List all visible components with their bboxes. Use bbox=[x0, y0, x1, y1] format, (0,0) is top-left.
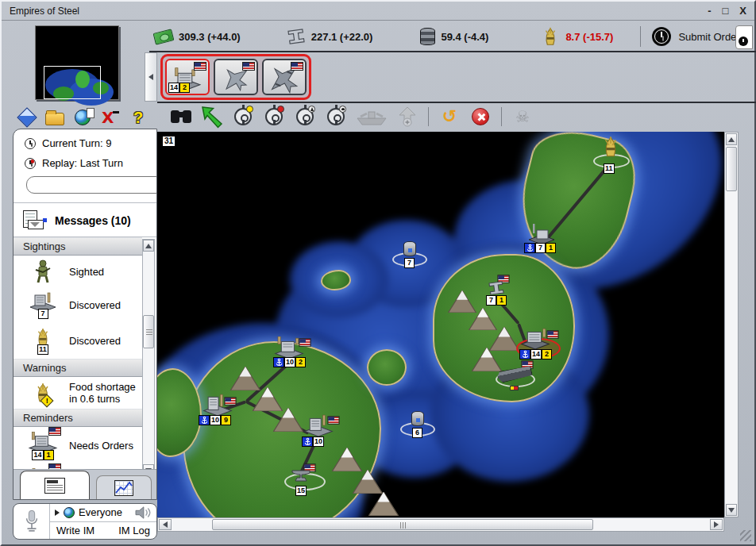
map-marker-carrier[interactable] bbox=[494, 360, 538, 394]
skull-icon: ☠ bbox=[515, 107, 530, 126]
sidebar-scrollbar[interactable] bbox=[142, 239, 155, 477]
chevron-up-icon bbox=[145, 244, 152, 248]
count-badge: 7 bbox=[404, 258, 415, 268]
crosshair-icon bbox=[234, 108, 252, 125]
minimize-button[interactable]: - bbox=[708, 5, 711, 17]
map-marker-city-south[interactable]: 10 bbox=[300, 414, 343, 449]
list-item-discovered-farm[interactable]: 11 Discovered bbox=[14, 323, 142, 359]
write-im-button[interactable]: Write IM bbox=[56, 525, 94, 536]
cancel-orders-button[interactable] bbox=[468, 105, 493, 129]
map-marker-port-city[interactable]: 14 2 bbox=[516, 327, 562, 365]
yellow-dot-icon bbox=[246, 106, 253, 113]
list-item-discovered-city[interactable]: 7 Discovered bbox=[14, 287, 142, 323]
us-flag-icon bbox=[546, 330, 558, 338]
map-marker-buoy-north[interactable]: 7 bbox=[392, 241, 427, 275]
open-folder-icon bbox=[45, 113, 64, 125]
red-dot-icon bbox=[277, 106, 284, 113]
list-item-food-shortage[interactable]: Food shortage in 0.6 turns bbox=[14, 377, 142, 409]
scroll-up-button[interactable] bbox=[143, 240, 154, 252]
orders-toolbar: ↺ ☠ bbox=[160, 104, 754, 129]
unit-strip-scroll-left[interactable] bbox=[145, 52, 157, 102]
us-flag-icon bbox=[224, 397, 236, 405]
scrollbar-thumb[interactable] bbox=[726, 147, 737, 191]
crosshair-icon bbox=[296, 108, 314, 125]
divider bbox=[14, 202, 156, 203]
count-badge: 10 bbox=[210, 415, 221, 425]
chevron-down-icon bbox=[728, 508, 735, 513]
list-item-sighted[interactable]: Sighted bbox=[14, 256, 142, 287]
speaker-icon[interactable] bbox=[134, 506, 152, 520]
map-marker-city-west[interactable]: 10 9 bbox=[199, 394, 245, 429]
messages-label: Messages (10) bbox=[55, 214, 131, 227]
map-marker-buoy-south[interactable]: 6 bbox=[400, 411, 435, 444]
end-turn-button[interactable] bbox=[17, 106, 37, 129]
unit-tile-bomber[interactable] bbox=[262, 59, 307, 95]
repeat-orders-button[interactable]: ↺ bbox=[437, 105, 462, 129]
count-badge-yellow: 1 bbox=[44, 450, 54, 460]
scroll-left-button[interactable] bbox=[159, 519, 172, 530]
naval-button[interactable] bbox=[354, 105, 389, 129]
steel-icon bbox=[285, 27, 307, 45]
minimap-viewport[interactable] bbox=[44, 66, 101, 99]
select-button[interactable] bbox=[199, 105, 225, 129]
open-button[interactable] bbox=[45, 106, 64, 129]
titlebar[interactable]: Empires of Steel - □ X bbox=[2, 2, 754, 21]
anchor-badge bbox=[199, 415, 210, 425]
app-window: Empires of Steel - □ X 309.3 (+44.0) 227… bbox=[0, 0, 756, 546]
map-vertical-scrollbar[interactable] bbox=[724, 132, 739, 517]
map-marker-farm-north[interactable]: 11 bbox=[592, 135, 631, 176]
im-channel-row[interactable]: Everyone bbox=[50, 504, 156, 522]
disband-button[interactable]: ☠ bbox=[510, 105, 535, 129]
battleship-icon bbox=[356, 107, 388, 126]
tab-charts[interactable] bbox=[96, 475, 152, 499]
scroll-right-button[interactable] bbox=[710, 519, 723, 530]
map-viewport[interactable]: 11 7 1 7 1 14 2 bbox=[157, 132, 724, 517]
window-resize-grip[interactable] bbox=[740, 530, 751, 541]
help-button[interactable]: ? bbox=[129, 106, 148, 129]
map-marker-steel-mill[interactable]: 7 1 bbox=[484, 275, 521, 306]
blue-diamond-icon bbox=[17, 107, 37, 127]
replay-turn-input[interactable] bbox=[26, 176, 157, 194]
city-iconwrap: 7 bbox=[26, 291, 60, 319]
list-item-needs-orders-1[interactable]: 141 Needs Orders bbox=[14, 427, 142, 464]
map-marker-factory-nw[interactable]: 10 2 bbox=[273, 336, 316, 371]
section-header-reminders: Reminders bbox=[14, 409, 142, 427]
attack-orders-button[interactable] bbox=[261, 105, 287, 129]
count-badge-yellow: 2 bbox=[179, 83, 190, 93]
airdrop-orders-button[interactable] bbox=[323, 105, 349, 129]
delete-button[interactable]: X bbox=[101, 106, 120, 129]
resource-food: 8.7 (-15.7) bbox=[541, 26, 613, 47]
upgrade-button[interactable] bbox=[395, 105, 420, 129]
anchor-badge bbox=[302, 436, 313, 447]
scroll-up-button[interactable] bbox=[726, 133, 737, 145]
scroll-down-button[interactable] bbox=[726, 504, 737, 516]
messages-button[interactable]: Messages (10) bbox=[14, 205, 156, 236]
scrollbar-thumb[interactable] bbox=[212, 519, 593, 530]
resource-money: 309.3 (+44.0) bbox=[154, 31, 241, 43]
us-flag-icon bbox=[291, 62, 303, 71]
find-button[interactable] bbox=[168, 105, 194, 129]
tab-news[interactable] bbox=[20, 471, 90, 499]
item-label: Discovered bbox=[69, 299, 121, 311]
im-log-button[interactable]: IM Log bbox=[118, 525, 150, 536]
count-badge-yellow: 2 bbox=[542, 349, 552, 360]
unit-tile-factory[interactable]: 14 2 bbox=[165, 59, 210, 95]
map-marker-port-north[interactable]: 7 1 bbox=[524, 224, 562, 256]
minimap[interactable] bbox=[35, 25, 119, 100]
globe-icon bbox=[64, 507, 75, 518]
food-icon bbox=[541, 26, 560, 47]
mic-area[interactable] bbox=[14, 504, 50, 539]
us-flag-icon bbox=[242, 62, 255, 71]
map-marker-mine-south[interactable]: 15 bbox=[284, 463, 327, 498]
replay-row[interactable]: Replay: Last Turn bbox=[14, 149, 156, 169]
submit-orders-button[interactable]: Submit Orders bbox=[652, 27, 745, 46]
move-orders-button[interactable] bbox=[230, 105, 256, 129]
unit-tile-fighter[interactable] bbox=[214, 59, 258, 95]
world-report-button[interactable] bbox=[73, 106, 92, 129]
close-button[interactable]: X bbox=[739, 5, 746, 17]
scrollbar-thumb[interactable] bbox=[143, 315, 154, 348]
map-horizontal-scrollbar[interactable] bbox=[157, 517, 724, 532]
maximize-button[interactable]: □ bbox=[722, 5, 728, 17]
item-label: Food shortage in 0.6 turns bbox=[69, 381, 136, 405]
load-orders-button[interactable] bbox=[292, 105, 318, 129]
